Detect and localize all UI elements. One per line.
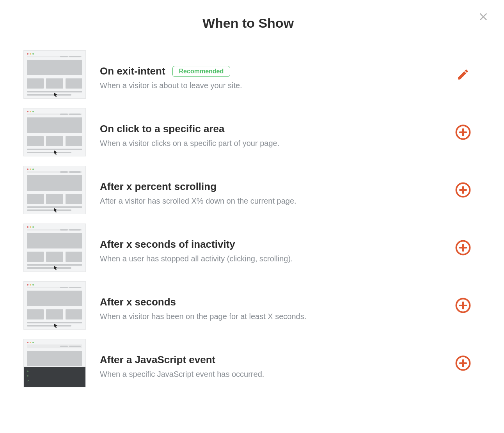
plus-circle-icon: [454, 297, 472, 314]
trigger-title: After x seconds of inactivity: [100, 238, 235, 250]
trigger-title: After x seconds: [100, 296, 176, 308]
trigger-description: When a user has stopped all activity (cl…: [100, 254, 439, 263]
modal-title: When to Show: [23, 16, 473, 31]
trigger-body: After x percent scrolling After a visito…: [100, 174, 439, 206]
trigger-row-js-event: > > > After a JavaScript event When a sp…: [23, 339, 473, 387]
trigger-body: After a JavaScript event When a specific…: [100, 348, 439, 379]
trigger-description: After a visitor has scrolled X% down on …: [100, 197, 439, 206]
trigger-body: After x seconds When a visitor has been …: [100, 290, 439, 321]
plus-circle-icon: [454, 181, 472, 199]
when-to-show-modal: When to Show On exit-intent Recommended …: [0, 0, 504, 433]
trigger-thumbnail: [23, 166, 86, 214]
trigger-body: On click to a specific area When a visit…: [100, 117, 439, 148]
add-trigger-button[interactable]: [453, 296, 473, 315]
trigger-thumbnail: [23, 281, 86, 330]
trigger-description: When a specific JavaScript event has occ…: [100, 370, 439, 379]
add-trigger-button[interactable]: [453, 122, 473, 142]
add-trigger-button[interactable]: [453, 180, 473, 200]
trigger-body: On exit-intent Recommended When a visito…: [100, 59, 439, 90]
trigger-title: After a JavaScript event: [100, 354, 215, 366]
trigger-description: When a visitor is about to leave your si…: [100, 81, 439, 90]
close-icon: [478, 12, 488, 22]
close-button[interactable]: [478, 12, 488, 22]
trigger-title: After x percent scrolling: [100, 181, 217, 193]
trigger-row-inactivity: After x seconds of inactivity When a use…: [23, 224, 473, 272]
trigger-row-click-area: On click to a specific area When a visit…: [23, 108, 473, 156]
trigger-description: When a visitor clicks on a specific part…: [100, 139, 439, 148]
trigger-description: When a visitor has been on the page for …: [100, 312, 439, 321]
trigger-row-scroll-percent: After x percent scrolling After a visito…: [23, 166, 473, 214]
plus-circle-icon: [454, 355, 472, 372]
plus-circle-icon: [454, 239, 472, 256]
add-trigger-button[interactable]: [453, 353, 473, 373]
recommended-badge: Recommended: [172, 66, 231, 77]
edit-trigger-button[interactable]: [453, 65, 473, 84]
trigger-thumbnail: [23, 108, 86, 156]
trigger-row-exit-intent: On exit-intent Recommended When a visito…: [23, 50, 473, 99]
plus-circle-icon: [454, 124, 472, 141]
trigger-title: On click to a specific area: [100, 123, 224, 135]
trigger-row-seconds: After x seconds When a visitor has been …: [23, 281, 473, 330]
trigger-body: After x seconds of inactivity When a use…: [100, 232, 439, 263]
add-trigger-button[interactable]: [453, 238, 473, 257]
trigger-title: On exit-intent: [100, 65, 165, 77]
trigger-thumbnail: [23, 224, 86, 272]
pencil-icon: [456, 68, 470, 81]
trigger-thumbnail: [23, 50, 86, 99]
trigger-list: On exit-intent Recommended When a visito…: [23, 50, 473, 387]
trigger-thumbnail: > > >: [23, 339, 86, 387]
